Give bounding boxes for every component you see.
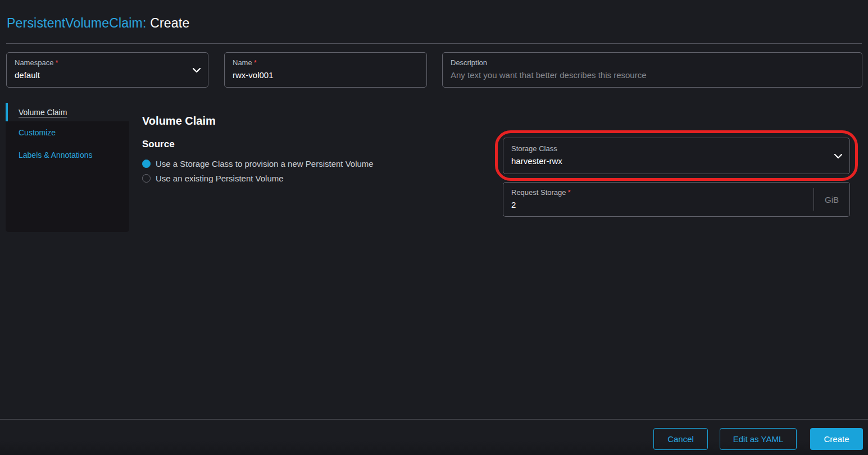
- radio-label: Use an existing Persistent Volume: [156, 174, 284, 183]
- radio-selected-icon: [142, 160, 151, 168]
- request-storage-label: Request Storage*: [511, 188, 805, 197]
- storage-class-label: Storage Class: [511, 144, 842, 153]
- chevron-down-icon: [834, 154, 842, 159]
- name-field: Name*: [224, 52, 427, 88]
- storage-class-select[interactable]: Storage Class harvester-rwx: [503, 138, 850, 174]
- request-storage-input[interactable]: [511, 199, 805, 211]
- description-field: Description: [442, 52, 862, 88]
- panel-heading: Volume Claim: [142, 115, 216, 128]
- tab-customize[interactable]: Customize: [6, 121, 129, 144]
- create-button[interactable]: Create: [810, 428, 863, 450]
- cancel-button[interactable]: Cancel: [653, 428, 708, 450]
- tab-label: Customize: [19, 128, 56, 137]
- source-heading: Source: [142, 139, 175, 150]
- chevron-down-icon: [193, 68, 201, 73]
- tab-label: Volume Claim: [19, 108, 67, 117]
- name-label: Name*: [233, 58, 419, 67]
- required-marker: *: [568, 188, 571, 197]
- namespace-value: default: [15, 70, 200, 81]
- radio-unselected-icon: [142, 174, 151, 183]
- page-title-action: Create: [150, 16, 189, 30]
- header-divider: [6, 43, 862, 44]
- side-tabs: Volume Claim Customize Labels & Annotati…: [6, 103, 129, 232]
- pvc-create-page: PersistentVolumeClaim: Create Namespace*…: [0, 0, 868, 455]
- unit-section: GiB: [814, 188, 849, 211]
- tab-labels-annotations[interactable]: Labels & Annotations: [6, 144, 129, 166]
- page-title-resource: PersistentVolumeClaim:: [7, 16, 147, 30]
- edit-as-yaml-button[interactable]: Edit as YAML: [720, 428, 797, 450]
- page-title: PersistentVolumeClaim: Create: [7, 16, 189, 31]
- namespace-select[interactable]: Namespace* default: [6, 52, 208, 88]
- footer-actions-bar: Cancel Edit as YAML Create: [0, 419, 868, 455]
- required-marker: *: [254, 58, 257, 67]
- radio-use-storage-class[interactable]: Use a Storage Class to provision a new P…: [142, 159, 374, 169]
- radio-use-existing-volume[interactable]: Use an existing Persistent Volume: [142, 174, 284, 183]
- description-input[interactable]: [451, 70, 854, 81]
- name-input[interactable]: [233, 70, 419, 81]
- storage-class-value: harvester-rwx: [511, 156, 842, 167]
- namespace-label: Namespace*: [15, 58, 200, 67]
- tab-label: Labels & Annotations: [19, 151, 93, 160]
- unit-label: GiB: [825, 195, 839, 204]
- required-marker: *: [55, 58, 58, 67]
- active-tab-accent-bar: [6, 103, 8, 121]
- tab-volume-claim[interactable]: Volume Claim: [6, 103, 129, 121]
- description-label: Description: [451, 58, 854, 67]
- request-storage-field: Request Storage* GiB: [503, 182, 850, 217]
- radio-label: Use a Storage Class to provision a new P…: [156, 159, 374, 169]
